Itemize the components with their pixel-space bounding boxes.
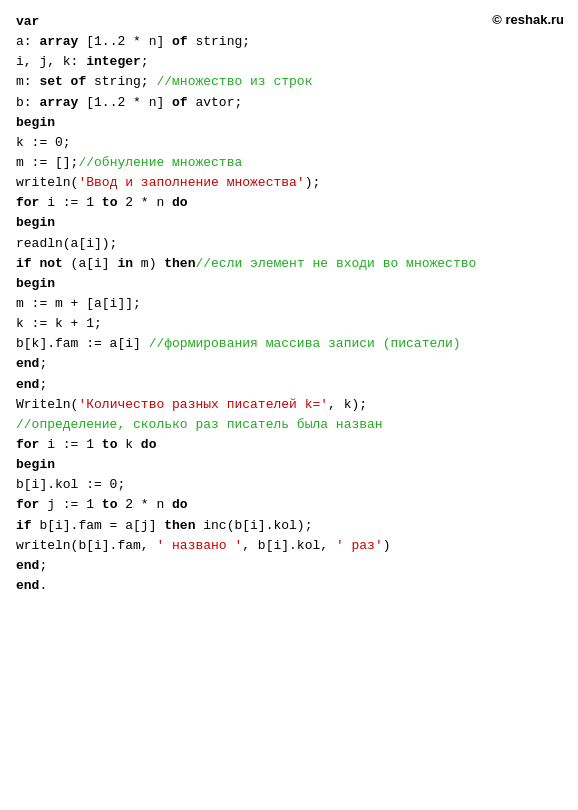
code-token: ' названо ' [156, 538, 242, 553]
code-token: b[i].kol := 0; [16, 477, 125, 492]
code-token: ; [39, 377, 47, 392]
code-token: begin [16, 115, 55, 130]
code-token: array [39, 95, 78, 110]
code-token: i, j, k: [16, 54, 86, 69]
code-line: k := 0; [16, 133, 562, 153]
code-line: b[k].fam := a[i] //формирования массива … [16, 334, 562, 354]
code-line: if b[i].fam = a[j] then inc(b[i].kol); [16, 516, 562, 536]
logo-copyright: © [492, 12, 502, 27]
code-token: array [39, 34, 78, 49]
code-token: 'Ввод и заполнение множества' [78, 175, 304, 190]
code-token: i := 1 [39, 195, 101, 210]
code-line: var [16, 12, 562, 32]
code-line: for j := 1 to 2 * n do [16, 495, 562, 515]
code-line: if not (a[i] in m) then//если элемент не… [16, 254, 562, 274]
code-token: 'Количество разных писателей k=' [78, 397, 328, 412]
code-line: begin [16, 455, 562, 475]
code-line: begin [16, 113, 562, 133]
code-token: k [117, 437, 140, 452]
code-token: ) [383, 538, 391, 553]
code-line: //определение, сколько раз писатель была… [16, 415, 562, 435]
code-token: , b[i].kol, [242, 538, 336, 553]
code-token: end [16, 558, 39, 573]
code-token: Writeln( [16, 397, 78, 412]
code-token: //формирования массива записи (писатели) [149, 336, 461, 351]
code-token: end [16, 377, 39, 392]
code-token: m) [133, 256, 164, 271]
code-line: k := k + 1; [16, 314, 562, 334]
code-token: var [16, 14, 39, 29]
code-line: a: array [1..2 * n] of string; [16, 32, 562, 52]
code-token: to [102, 437, 118, 452]
code-line: b: array [1..2 * n] of avtor; [16, 93, 562, 113]
code-token: of [172, 95, 188, 110]
code-token: begin [16, 215, 55, 230]
code-token: string; [188, 34, 250, 49]
code-token: begin [16, 457, 55, 472]
code-token: string; [86, 74, 156, 89]
code-token: ; [141, 54, 149, 69]
code-token: for [16, 437, 39, 452]
code-line: Writeln('Количество разных писателей k='… [16, 395, 562, 415]
code-token: then [164, 256, 195, 271]
code-token: end [16, 356, 39, 371]
code-line: m := [];//обнуление множества [16, 153, 562, 173]
code-line: begin [16, 274, 562, 294]
code-line: end; [16, 556, 562, 576]
code-line: for i := 1 to k do [16, 435, 562, 455]
code-token: [1..2 * n] [78, 34, 172, 49]
logo: © reshak.ru [492, 10, 564, 30]
code-token: begin [16, 276, 55, 291]
code-line: writeln('Ввод и заполнение множества'); [16, 173, 562, 193]
code-token: //если элемент не входи во множество [195, 256, 476, 271]
code-token: b[i].fam = a[j] [32, 518, 165, 533]
code-token: then [164, 518, 195, 533]
code-token: readln(a[i]); [16, 236, 117, 251]
code-token: ); [305, 175, 321, 190]
code-token: if [16, 518, 32, 533]
code-token: avtor; [188, 95, 243, 110]
code-token: of [172, 34, 188, 49]
code-token: m: [16, 74, 39, 89]
code-token: //множество из строк [156, 74, 312, 89]
code-line: i, j, k: integer; [16, 52, 562, 72]
code-token: end [16, 578, 39, 593]
code-token: do [141, 437, 157, 452]
code-token: for [16, 195, 39, 210]
code-token: b[k].fam := a[i] [16, 336, 149, 351]
code-token: 2 * n [117, 497, 172, 512]
code-line: writeln(b[i].fam, ' названо ', b[i].kol,… [16, 536, 562, 556]
code-token: //определение, сколько раз писатель была… [16, 417, 383, 432]
code-token: set of [39, 74, 86, 89]
code-token: integer [86, 54, 141, 69]
code-token: do [172, 497, 188, 512]
code-token: k := 0; [16, 135, 71, 150]
code-line: m: set of string; //множество из строк [16, 72, 562, 92]
code-token: b: [16, 95, 39, 110]
code-token: m := m + [a[i]]; [16, 296, 141, 311]
code-line: readln(a[i]); [16, 234, 562, 254]
code-token: ; [39, 356, 47, 371]
code-line: end; [16, 375, 562, 395]
code-token: in [117, 256, 133, 271]
code-token: . [39, 578, 47, 593]
code-line: begin [16, 213, 562, 233]
code-token: [1..2 * n] [78, 95, 172, 110]
code-token: writeln(b[i].fam, [16, 538, 156, 553]
code-token: 2 * n [117, 195, 172, 210]
code-token: a: [16, 34, 39, 49]
code-token: to [102, 195, 118, 210]
code-line: end. [16, 576, 562, 596]
logo-text: reshak.ru [502, 12, 564, 27]
code-token: m := []; [16, 155, 78, 170]
code-token: to [102, 497, 118, 512]
code-token: writeln( [16, 175, 78, 190]
code-token: do [172, 195, 188, 210]
code-token: //обнуление множества [78, 155, 242, 170]
code-token: k := k + 1; [16, 316, 102, 331]
code-line: m := m + [a[i]]; [16, 294, 562, 314]
code-token: inc(b[i].kol); [195, 518, 312, 533]
code-token: for [16, 497, 39, 512]
code-token: ' раз' [336, 538, 383, 553]
code-line: for i := 1 to 2 * n do [16, 193, 562, 213]
